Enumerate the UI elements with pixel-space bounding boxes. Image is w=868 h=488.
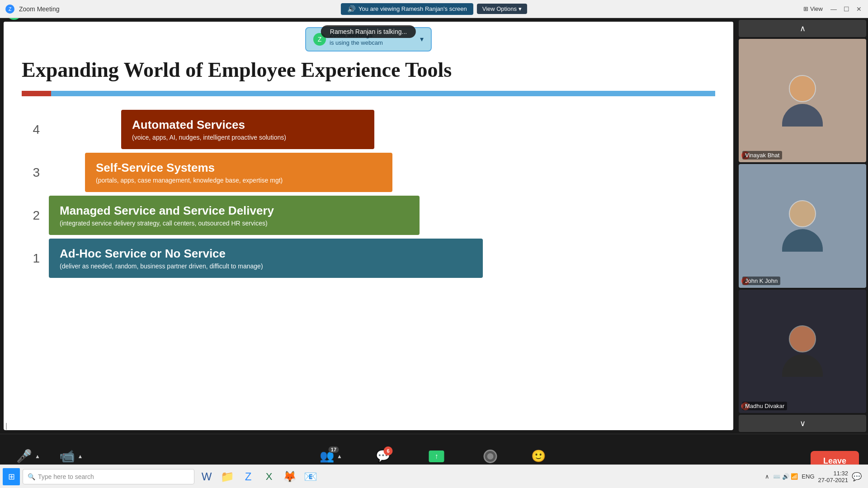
participant-placeholder-madhu — [739, 290, 866, 413]
pyramid-block-subtitle-3: (portals, apps, case management, knowled… — [96, 177, 382, 184]
participant-placeholder-john — [739, 164, 866, 287]
taskbar-email[interactable]: 📧 — [301, 468, 320, 485]
windows-taskbar: ⊞ 🔍 Type here to search W 📁 Z X 🦊 📧 ∧ ⌨️… — [0, 465, 868, 488]
taskbar-firefox[interactable]: 🦊 — [280, 468, 299, 485]
slide-content: Expanding World of Employee Experience T… — [4, 22, 733, 422]
sidebar-collapse-handle[interactable]: | — [4, 422, 9, 430]
search-placeholder: Type here to search — [38, 473, 94, 480]
pyramid-block-3: Self-Service Systems (portals, apps, cas… — [85, 153, 392, 192]
pyramid-block-title-4: Automated Services — [132, 118, 363, 132]
participant-name-vinayak: Vinayak Bhat — [742, 151, 782, 160]
close-button[interactable]: ✕ — [855, 5, 863, 13]
mic-icon: 🎤 — [16, 449, 32, 464]
view-options-label: View Options — [482, 5, 517, 12]
pyramid-row-3: 3 Self-Service Systems (portals, apps, c… — [22, 153, 715, 192]
webcam-banner-collapse[interactable]: ▾ — [420, 35, 424, 43]
slide-title: Expanding World of Employee Experience T… — [22, 58, 715, 82]
body-shape-john — [782, 229, 823, 252]
stop-video-btn-group: 📹 ▲ — [59, 449, 85, 464]
color-bar-blue — [51, 91, 715, 96]
maximize-button[interactable]: ☐ — [843, 5, 850, 13]
search-icon: 🔍 — [28, 473, 35, 480]
participant-avatar-vinayak — [782, 75, 823, 127]
share-screen-icon: ↑ — [429, 450, 444, 462]
pyramid-number-4: 4 — [22, 122, 49, 137]
taskbar-files[interactable]: 📁 — [218, 468, 237, 485]
grid-icon: ⊞ — [803, 5, 808, 12]
clock-date: 27-07-2021 — [818, 477, 849, 483]
view-label: View — [810, 5, 823, 12]
stop-video-caret[interactable]: ▲ — [76, 451, 85, 461]
screen-share-area: Z Zoom Meetings is using the webcam ▾ Ra… — [4, 22, 733, 430]
body-shape-madhu — [782, 354, 823, 377]
talking-text: Ramesh Ranjan is talking... — [330, 28, 407, 35]
titlebar-title: Zoom Meeting — [19, 5, 59, 13]
windows-search-bar[interactable]: 🔍 Type here to search — [23, 469, 194, 484]
viewing-banner: 🔊 You are viewing Ramesh Ranjan's screen — [341, 3, 473, 15]
taskbar-apps: W 📁 Z X 🦊 📧 — [197, 468, 320, 485]
titlebar-left: Z Zoom Meeting — [5, 5, 59, 14]
window-controls: — ☐ ✕ — [830, 5, 863, 13]
taskbar-excel[interactable]: X — [259, 468, 278, 485]
participants-icon: 👥 17 — [320, 449, 334, 463]
taskbar-zoom[interactable]: Z — [239, 468, 258, 485]
sidebar-scroll-up[interactable]: ∧ — [739, 20, 866, 37]
sidebar-scroll-down[interactable]: ∨ — [739, 415, 866, 432]
system-tray-expand[interactable]: ∧ — [765, 473, 769, 480]
pyramid-block-title-1: Ad-Hoc Service or No Service — [60, 247, 472, 261]
pyramid-block-title-3: Self-Service Systems — [96, 161, 382, 175]
taskbar-system-tray: ∧ ⌨️ 🔊 📶 ENG 11:32 27-07-2021 💬 — [765, 470, 865, 483]
body-shape — [782, 104, 823, 127]
viewing-text: You are viewing Ramesh Ranjan's screen — [359, 5, 467, 12]
pyramid-chart: 4 Automated Services (voice, apps, AI, n… — [22, 110, 715, 278]
pyramid-row-1: 1 Ad-Hoc Service or No Service (deliver … — [22, 239, 715, 278]
chevron-down-icon: ▾ — [519, 5, 522, 12]
taskbar-word[interactable]: W — [197, 468, 216, 485]
titlebar: Z Zoom Meeting 🔊 You are viewing Ramesh … — [0, 0, 868, 18]
pyramid-block-1: Ad-Hoc Service or No Service (deliver as… — [49, 239, 483, 278]
color-bar-red — [22, 91, 51, 96]
participants-btn-group: 👥 17 ▲ — [320, 449, 344, 463]
view-options-button[interactable]: View Options ▾ — [477, 4, 527, 14]
speaker-icon: 🔊 — [347, 5, 356, 13]
head-shape — [789, 75, 816, 102]
head-shape-madhu — [789, 325, 816, 352]
zoom-icon: Z — [5, 5, 14, 14]
participant-video-madhu: 🎤 Madhu Divakar — [739, 290, 866, 413]
pyramid-row-2: 2 Managed Service and Service Delivery (… — [22, 196, 715, 235]
pyramid-block-title-2: Managed Service and Service Delivery — [60, 204, 409, 218]
taskbar-clock: 11:32 27-07-2021 — [818, 470, 849, 483]
webcam-banner-subtitle: is using the webcam — [330, 39, 383, 47]
system-tray-icons: ⌨️ 🔊 📶 — [773, 473, 798, 480]
view-grid-button[interactable]: ⊞ View — [803, 5, 823, 12]
unmute-btn-group: 🎤 ▲ — [16, 449, 42, 464]
reactions-icon: 🙂 — [531, 449, 546, 463]
participant-avatar-madhu — [782, 325, 823, 377]
slide-color-bar — [22, 91, 715, 96]
unmute-caret[interactable]: ▲ — [33, 451, 42, 461]
participant-placeholder-vinayak — [739, 39, 866, 162]
language-indicator: ENG — [802, 473, 814, 480]
pyramid-block-2: Managed Service and Service Delivery (in… — [49, 196, 420, 235]
participant-video-vinayak: 🎤 Vinayak Bhat — [739, 39, 866, 162]
chat-icon: 💬 6 — [376, 449, 390, 463]
chat-badge: 6 — [384, 446, 393, 455]
participants-count: 17 — [329, 446, 339, 453]
head-shape-john — [789, 200, 816, 227]
titlebar-center: 🔊 You are viewing Ramesh Ranjan's screen… — [341, 3, 527, 15]
participant-video-john: 🎤 John K John — [739, 164, 866, 287]
pyramid-number-3: 3 — [22, 165, 49, 180]
pyramid-block-subtitle-1: (deliver as needed, random, business par… — [60, 263, 472, 270]
pyramid-block-4: Automated Services (voice, apps, AI, nud… — [121, 110, 374, 149]
pyramid-number-1: 1 — [22, 251, 49, 266]
pyramid-block-subtitle-4: (voice, apps, AI, nudges, intelligent pr… — [132, 134, 363, 141]
clock-time: 11:32 — [818, 470, 849, 477]
participants-sidebar: ∧ 🎤 Vinayak Bhat — [737, 18, 868, 434]
pyramid-block-subtitle-2: (integrated service delivery strategy, c… — [60, 220, 409, 227]
notification-center-icon[interactable]: 💬 — [852, 472, 862, 482]
minimize-button[interactable]: — — [830, 5, 837, 13]
titlebar-right: ⊞ View — ☐ ✕ — [803, 5, 863, 13]
participant-name-madhu: Madhu Divakar — [742, 402, 787, 410]
pyramid-number-2: 2 — [22, 208, 49, 223]
windows-start-button[interactable]: ⊞ — [3, 468, 20, 485]
